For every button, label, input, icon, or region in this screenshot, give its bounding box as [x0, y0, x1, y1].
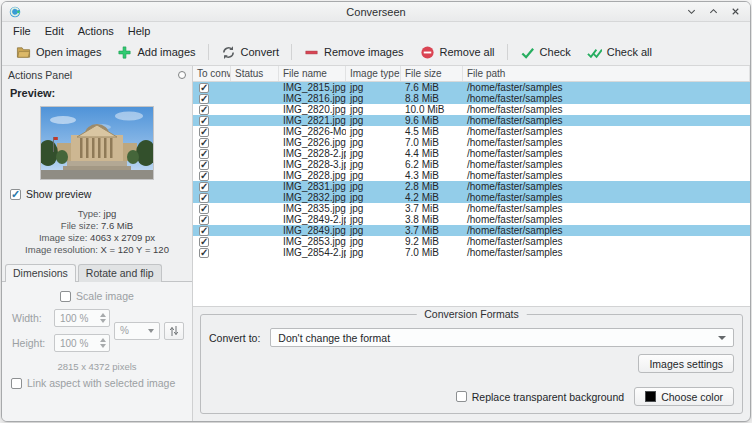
cell-file-size: 2.8 MiB	[401, 181, 463, 192]
choose-color-button[interactable]: Choose color	[634, 387, 734, 406]
titlebar[interactable]: Converseen	[2, 2, 750, 22]
row-checkbox[interactable]	[199, 94, 209, 104]
tab-rotate-flip[interactable]: Rotate and flip	[78, 264, 162, 282]
column-header-file-path[interactable]: File path	[463, 66, 750, 81]
table-row[interactable]: IMG_2820.jpgjpg10.0 MiB/home/faster/samp…	[193, 104, 750, 115]
cell-file-path: /home/faster/samples	[463, 126, 750, 137]
open-images-button[interactable]: Open images	[8, 42, 109, 63]
table-row[interactable]: IMG_2826.jpgjpg7.0 MiB/home/faster/sampl…	[193, 137, 750, 148]
conversion-formats-group: Conversion Formats Convert to: Don't cha…	[200, 314, 743, 414]
cell-file-size: 7.0 MiB	[401, 247, 463, 258]
row-checkbox[interactable]	[199, 182, 209, 192]
remove-images-button[interactable]: Remove images	[296, 42, 411, 63]
spinner-arrows-icon[interactable]	[100, 313, 106, 323]
cell-file-name: IMG_2828-2.jpg	[279, 148, 346, 159]
cell-image-type: jpg	[346, 93, 401, 104]
toolbar-separator	[507, 44, 508, 60]
menu-actions[interactable]: Actions	[71, 24, 121, 38]
row-checkbox[interactable]	[199, 116, 209, 126]
column-header-to-convert[interactable]: To convert	[193, 66, 231, 81]
cell-file-path: /home/faster/samples	[463, 93, 750, 104]
chevron-down-icon	[718, 336, 726, 340]
format-combobox[interactable]: Don't change the format	[270, 328, 734, 347]
swap-dimensions-button[interactable]	[164, 322, 184, 340]
cell-image-type: jpg	[346, 170, 401, 181]
add-images-button[interactable]: Add images	[109, 42, 203, 63]
cell-image-type: jpg	[346, 247, 401, 258]
maximize-button[interactable]	[708, 6, 719, 17]
chevron-down-icon	[148, 329, 154, 333]
row-checkbox[interactable]	[199, 204, 209, 214]
row-checkbox[interactable]	[199, 193, 209, 203]
table-row[interactable]: IMG_2815.jpgjpg7.6 MiB/home/faster/sampl…	[193, 82, 750, 93]
unit-combobox[interactable]: %	[114, 322, 160, 340]
row-checkbox[interactable]	[199, 83, 209, 93]
spinner-arrows-icon[interactable]	[100, 338, 106, 348]
remove-all-button[interactable]: Remove all	[412, 42, 503, 63]
cell-file-name: IMG_2828-3.jpg	[279, 159, 346, 170]
row-checkbox[interactable]	[199, 160, 209, 170]
show-preview-checkbox[interactable]	[10, 189, 21, 200]
row-checkbox[interactable]	[199, 149, 209, 159]
table-row[interactable]: IMG_2849-2.jpgjpg3.8 MiB/home/faster/sam…	[193, 214, 750, 225]
folder-open-icon	[16, 45, 31, 60]
toolbar-separator	[291, 44, 292, 60]
row-checkbox[interactable]	[199, 105, 209, 115]
cell-file-size: 3.7 MiB	[401, 225, 463, 236]
row-checkbox[interactable]	[199, 138, 209, 148]
table-row[interactable]: IMG_2826-Mo...jpg4.5 MiB/home/faster/sam…	[193, 126, 750, 137]
dimensions-panel: Scale image Width: 100 % % Height	[2, 281, 192, 421]
row-checkbox[interactable]	[199, 226, 209, 236]
file-table-body: IMG_2815.jpgjpg7.6 MiB/home/faster/sampl…	[193, 82, 750, 258]
menu-file[interactable]: File	[6, 24, 38, 38]
column-header-status[interactable]: Status	[231, 66, 279, 81]
menu-edit[interactable]: Edit	[38, 24, 71, 38]
cell-file-name: IMG_2820.jpg	[279, 104, 346, 115]
row-checkbox[interactable]	[199, 248, 209, 258]
check-button[interactable]: Check	[512, 42, 579, 63]
minus-icon	[304, 45, 319, 60]
tab-dimensions[interactable]: Dimensions	[5, 264, 76, 282]
table-row[interactable]: IMG_2849.jpgjpg3.7 MiB/home/faster/sampl…	[193, 225, 750, 236]
table-row[interactable]: IMG_2816.jpgjpg8.8 MiB/home/faster/sampl…	[193, 93, 750, 104]
cell-image-type: jpg	[346, 115, 401, 126]
column-header-file-name[interactable]: File name	[279, 66, 346, 81]
scale-image-checkbox[interactable]	[60, 291, 71, 302]
convert-icon	[221, 45, 236, 60]
row-checkbox[interactable]	[199, 127, 209, 137]
cell-file-name: IMG_2826.jpg	[279, 137, 346, 148]
menu-help[interactable]: Help	[121, 24, 158, 38]
dock-float-button[interactable]	[178, 71, 186, 79]
cell-file-size: 10.0 MiB	[401, 104, 463, 115]
table-row[interactable]: IMG_2853.jpgjpg9.2 MiB/home/faster/sampl…	[193, 236, 750, 247]
column-header-image-type[interactable]: Image type	[346, 66, 401, 81]
table-row[interactable]: IMG_2831.jpgjpg2.8 MiB/home/faster/sampl…	[193, 181, 750, 192]
replace-transparent-label: Replace transparent background	[472, 391, 624, 403]
table-row[interactable]: IMG_2854-2.jpgjpg7.0 MiB/home/faster/sam…	[193, 247, 750, 258]
cell-file-path: /home/faster/samples	[463, 247, 750, 258]
table-row[interactable]: IMG_2832.jpgjpg4.2 MiB/home/faster/sampl…	[193, 192, 750, 203]
table-row[interactable]: IMG_2828-2.jpgjpg4.4 MiB/home/faster/sam…	[193, 148, 750, 159]
column-header-file-size[interactable]: File size	[401, 66, 463, 81]
cell-file-size: 4.2 MiB	[401, 192, 463, 203]
convert-button[interactable]: Convert	[213, 42, 288, 63]
row-checkbox[interactable]	[199, 215, 209, 225]
cell-image-type: jpg	[346, 236, 401, 247]
row-checkbox[interactable]	[199, 171, 209, 181]
replace-transparent-checkbox[interactable]	[456, 391, 467, 402]
close-button[interactable]	[730, 6, 741, 17]
plus-icon	[117, 45, 132, 60]
table-row[interactable]: IMG_2828-3.jpgjpg6.2 MiB/home/faster/sam…	[193, 159, 750, 170]
images-settings-button[interactable]: Images settings	[638, 354, 734, 373]
check-all-button[interactable]: Check all	[579, 42, 660, 63]
height-spinbox[interactable]: 100 %	[54, 334, 110, 352]
info-type: Type: jpg	[2, 208, 192, 220]
minimize-button[interactable]	[686, 6, 697, 17]
table-row[interactable]: IMG_2828.jpgjpg4.3 MiB/home/faster/sampl…	[193, 170, 750, 181]
width-spinbox[interactable]: 100 %	[54, 309, 110, 327]
cell-file-size: 3.8 MiB	[401, 214, 463, 225]
link-aspect-checkbox[interactable]	[11, 378, 22, 389]
table-row[interactable]: IMG_2835.jpgjpg3.7 MiB/home/faster/sampl…	[193, 203, 750, 214]
row-checkbox[interactable]	[199, 237, 209, 247]
table-row[interactable]: IMG_2821.jpgjpg9.6 MiB/home/faster/sampl…	[193, 115, 750, 126]
